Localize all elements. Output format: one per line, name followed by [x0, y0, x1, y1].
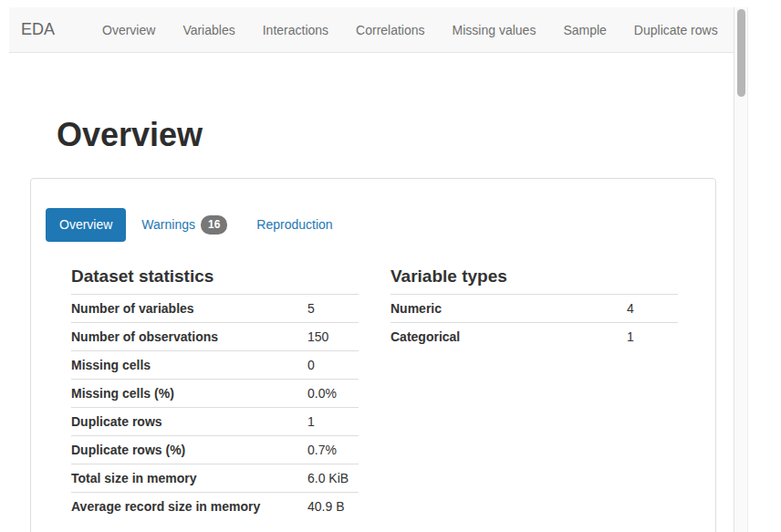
stat-label: Missing cells (%)	[71, 380, 307, 408]
variable-types-table: Numeric 4 Categorical 1	[390, 294, 678, 350]
type-label: Numeric	[390, 295, 627, 323]
nav-item[interactable]: Duplicate rows	[620, 9, 732, 51]
variable-types-title: Variable types	[390, 266, 692, 287]
type-value: 1	[627, 323, 678, 351]
nav-item-link[interactable]: Variables	[169, 9, 248, 51]
variable-types-section: Variable types Numeric 4 Categorical	[390, 266, 692, 520]
stat-label: Average record size in memory	[71, 493, 307, 521]
tab-warnings[interactable]: Warnings 16	[128, 206, 241, 244]
warnings-count-badge: 16	[201, 215, 227, 235]
stat-row: Number of variables 5	[71, 295, 359, 323]
stat-row: Average record size in memory 40.9 B	[71, 493, 359, 521]
stat-label: Total size in memory	[71, 464, 307, 493]
tab-reproduction-label: Reproduction	[256, 217, 332, 233]
stat-label: Duplicate rows (%)	[71, 436, 307, 464]
overview-panel: Overview Warnings 16 Reproduction Datase…	[30, 178, 716, 532]
nav-item[interactable]: Interactions	[249, 9, 342, 51]
dataset-statistics-title: Dataset statistics	[71, 266, 390, 287]
stat-value: 6.0 KiB	[307, 464, 359, 493]
stat-row: Duplicate rows 1	[71, 408, 359, 436]
stat-value: 40.9 B	[307, 493, 359, 521]
nav-item[interactable]: Variables	[169, 9, 248, 51]
nav-item-link[interactable]: Duplicate rows	[620, 9, 732, 51]
stat-label: Number of observations	[71, 323, 307, 351]
nav-item[interactable]: Sample	[549, 9, 620, 51]
stat-value: 0.7%	[307, 436, 359, 464]
tab-reproduction[interactable]: Reproduction	[243, 208, 346, 242]
stat-label: Missing cells	[71, 351, 307, 380]
type-value: 4	[627, 295, 678, 323]
type-label: Categorical	[390, 323, 627, 351]
dataset-statistics-section: Dataset statistics Number of variables 5…	[71, 266, 390, 520]
nav-item[interactable]: Overview	[89, 9, 169, 51]
nav-item[interactable]: Correlations	[342, 9, 438, 51]
stat-label: Duplicate rows	[71, 408, 307, 436]
type-row: Numeric 4	[390, 295, 678, 323]
scrollbar-thumb[interactable]	[737, 9, 745, 97]
stat-row: Missing cells 0	[71, 351, 359, 380]
tab-bar: Overview Warnings 16 Reproduction	[46, 206, 715, 244]
overview-content: Dataset statistics Number of variables 5…	[31, 266, 715, 532]
navbar-brand[interactable]: EDA	[9, 20, 55, 39]
stat-value: 5	[307, 295, 359, 323]
nav-item-link[interactable]: Interactions	[249, 9, 342, 51]
report-viewport: EDA Overview Variables Interactions Corr…	[9, 7, 734, 532]
stat-row: Number of observations 150	[71, 323, 359, 351]
stat-row: Total size in memory 6.0 KiB	[71, 464, 359, 493]
stat-row: Missing cells (%) 0.0%	[71, 380, 359, 408]
tab-warnings-label: Warnings	[141, 217, 195, 233]
tab-overview[interactable]: Overview	[46, 208, 126, 242]
nav-item-link[interactable]: Missing values	[439, 9, 550, 51]
nav-item-link[interactable]: Correlations	[342, 9, 438, 51]
stat-label: Number of variables	[71, 295, 307, 323]
page-title: Overview	[57, 117, 734, 153]
nav-item-link[interactable]: Overview	[89, 9, 169, 51]
navbar-menu: Overview Variables Interactions Correlat…	[89, 9, 732, 51]
stat-row: Duplicate rows (%) 0.7%	[71, 436, 359, 464]
type-row: Categorical 1	[390, 323, 678, 351]
stat-value: 1	[307, 408, 359, 436]
dataset-statistics-table: Number of variables 5 Number of observat…	[71, 294, 359, 520]
nav-item[interactable]: Missing values	[439, 9, 550, 51]
top-navbar: EDA Overview Variables Interactions Corr…	[9, 7, 734, 53]
stat-value: 150	[307, 323, 359, 351]
stat-value: 0.0%	[307, 380, 359, 408]
stat-value: 0	[307, 351, 359, 380]
nav-item-link[interactable]: Sample	[549, 9, 620, 51]
tab-overview-label: Overview	[59, 217, 112, 233]
vertical-scrollbar[interactable]	[734, 7, 748, 532]
